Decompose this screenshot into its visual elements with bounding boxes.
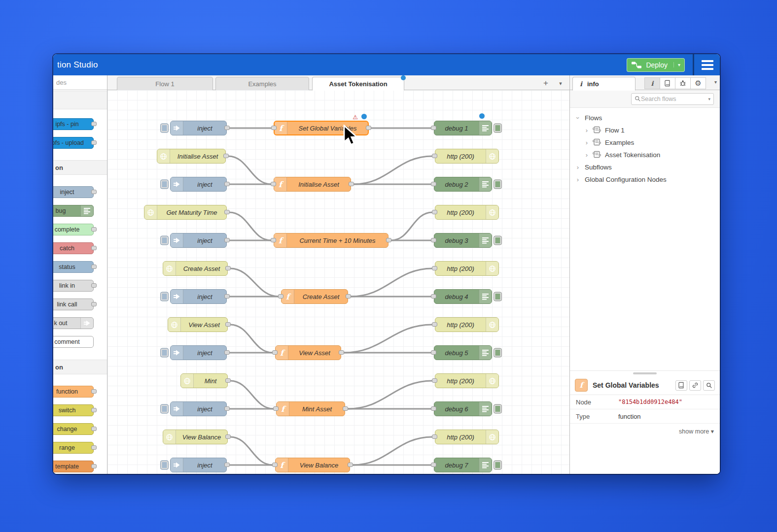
node-port-out[interactable]: [386, 238, 391, 242]
node-port-out[interactable]: [224, 126, 230, 130]
flow-node-http-200[interactable]: http (200): [435, 430, 499, 444]
tree-item-flow-1[interactable]: ›Flow 1: [570, 124, 720, 136]
node-port-out[interactable]: [91, 427, 97, 431]
wire[interactable]: [344, 325, 432, 353]
node-port-in[interactable]: [271, 126, 277, 130]
debug-toggle-button[interactable]: [494, 461, 502, 470]
node-port-out[interactable]: [91, 265, 97, 269]
tree-item-subflows[interactable]: ›Subflows: [570, 161, 720, 173]
wire[interactable]: [353, 437, 432, 465]
wire[interactable]: [391, 212, 432, 240]
flow-node-initialise-asset[interactable]: Initialise Assetf: [274, 177, 351, 192]
palette-node-link-call[interactable]: link call: [53, 299, 94, 310]
tree-item-global-configuration-nodes[interactable]: ›Global Configuration Nodes: [570, 173, 720, 186]
flow-node-http-200[interactable]: http (200): [435, 205, 499, 220]
node-port-out[interactable]: [343, 406, 348, 411]
wire[interactable]: [348, 381, 432, 409]
sidebar-button-config[interactable]: ⚙: [690, 77, 706, 89]
flow-node-initialise-asset[interactable]: Initialise Asset: [157, 149, 226, 164]
tree-chevron-icon[interactable]: ›: [584, 127, 590, 134]
node-port-out[interactable]: [224, 238, 230, 242]
inject-button[interactable]: [160, 348, 169, 358]
node-port-out[interactable]: [366, 126, 371, 130]
sidebar-button-help[interactable]: [660, 77, 675, 89]
tree-item-asset-tokenisation[interactable]: ›Asset Tokenisation: [570, 149, 720, 161]
node-port-in[interactable]: [272, 463, 278, 467]
node-info-docs-button[interactable]: [675, 380, 687, 391]
wire[interactable]: [228, 156, 271, 184]
flow-node-http-200[interactable]: http (200): [435, 149, 499, 164]
node-port-out[interactable]: [91, 445, 97, 450]
node-port-out[interactable]: [225, 378, 231, 383]
flow-node-set-global-variables[interactable]: Set Global Variablesf⚠: [274, 121, 369, 135]
palette-node-inject[interactable]: inject: [53, 186, 94, 198]
node-port-in[interactable]: [272, 350, 278, 355]
wire[interactable]: [230, 437, 273, 465]
node-port-in[interactable]: [431, 406, 436, 411]
flow-node-debug-5[interactable]: debug 5: [434, 345, 492, 360]
inject-button[interactable]: [160, 236, 169, 245]
node-port-in[interactable]: [431, 182, 436, 186]
flow-node-debug-4[interactable]: debug 4: [434, 289, 492, 304]
flow-list-caret-icon[interactable]: ▾: [555, 77, 566, 89]
palette-node-function[interactable]: function: [53, 386, 94, 398]
node-port-out[interactable]: [339, 350, 344, 355]
tree-item-examples[interactable]: ›Examples: [570, 136, 720, 149]
flow-node-http-200[interactable]: http (200): [435, 373, 499, 388]
node-port-out[interactable]: [225, 434, 231, 439]
palette-node-status[interactable]: status: [53, 261, 94, 273]
flow-node-get-maturity-time[interactable]: Get Maturity Time: [144, 205, 227, 220]
tree-chevron-icon[interactable]: ›: [575, 176, 581, 183]
node-port-in[interactable]: [432, 322, 437, 327]
inject-button[interactable]: [160, 292, 169, 301]
flow-node-inject[interactable]: inject: [170, 121, 227, 135]
inject-button[interactable]: [160, 461, 169, 470]
flow-node-inject[interactable]: inject: [170, 345, 227, 360]
flow-node-inject[interactable]: inject: [170, 401, 227, 416]
node-port-out[interactable]: [224, 350, 230, 355]
wire[interactable]: [230, 325, 273, 353]
flow-node-mint-asset[interactable]: Mint Assetf: [276, 401, 345, 416]
flow-node-view-asset[interactable]: View Assetf: [275, 345, 341, 360]
node-port-out[interactable]: [91, 227, 97, 232]
sidebar-button-debug[interactable]: [675, 77, 691, 89]
flow-node-inject[interactable]: inject: [170, 458, 227, 472]
flow-node-inject[interactable]: inject: [170, 289, 227, 304]
search-flows-box[interactable]: ▾: [631, 93, 714, 105]
flow-node-create-asset[interactable]: Create Asset: [163, 261, 228, 276]
node-port-in[interactable]: [271, 238, 276, 242]
flow-node-view-balance[interactable]: View Balancef: [275, 458, 350, 472]
node-port-out[interactable]: [225, 266, 231, 270]
node-port-in[interactable]: [432, 378, 437, 383]
sidebar-tabs-caret-icon[interactable]: ▾: [714, 79, 717, 85]
node-port-out[interactable]: [349, 182, 354, 186]
search-caret-icon[interactable]: ▾: [708, 97, 710, 101]
flow-node-http-200[interactable]: http (200): [435, 317, 499, 332]
tree-chevron-icon[interactable]: ›: [574, 115, 582, 121]
flow-node-mint[interactable]: Mint: [180, 373, 228, 388]
palette-node-change[interactable]: change: [53, 423, 94, 435]
palette-node-bug[interactable]: bug: [53, 205, 94, 217]
debug-toggle-button[interactable]: [494, 124, 502, 133]
wire[interactable]: [230, 268, 279, 297]
palette-node-ipfs-pin[interactable]: ipfs - pin: [53, 118, 94, 130]
tab-flow-1[interactable]: Flow 1: [117, 77, 213, 91]
node-port-out[interactable]: [91, 408, 97, 412]
palette-node-k-out[interactable]: k out: [53, 317, 94, 329]
node-port-out[interactable]: [91, 122, 97, 126]
palette-filter[interactable]: des: [53, 75, 107, 90]
deploy-caret-icon[interactable]: ▾: [673, 62, 680, 67]
palette-node-template[interactable]: template: [53, 461, 94, 472]
flow-node-debug-2[interactable]: debug 2: [434, 177, 492, 192]
flow-node-current-time-10-minutes[interactable]: Current Time + 10 Minutesf: [274, 233, 388, 248]
deploy-button[interactable]: Deploy ▾: [627, 58, 685, 72]
node-port-out[interactable]: [91, 190, 97, 194]
flow-node-create-asset[interactable]: Create Assetf: [281, 289, 348, 304]
node-port-in[interactable]: [431, 350, 436, 355]
flow-node-debug-1[interactable]: debug 1: [434, 121, 492, 135]
node-port-in[interactable]: [431, 463, 436, 467]
node-port-out[interactable]: [91, 389, 97, 394]
debug-toggle-button[interactable]: [494, 236, 502, 245]
flow-node-inject[interactable]: inject: [170, 177, 227, 192]
node-port-out[interactable]: [91, 464, 97, 468]
